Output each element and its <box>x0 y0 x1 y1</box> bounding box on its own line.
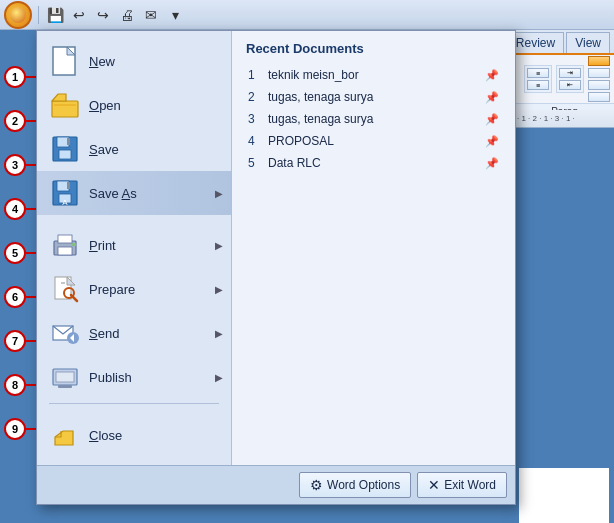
print-preview-icon[interactable]: 🖨 <box>117 5 137 25</box>
office-button[interactable] <box>4 1 32 29</box>
recent-num-1: 1 <box>248 68 262 82</box>
top-toolbar: 💾 ↩ ↪ 🖨 ✉ ▾ <box>0 0 614 30</box>
menu-item-save-as[interactable]: A Save As ▶ <box>37 171 231 215</box>
send-arrow: ▶ <box>215 328 223 339</box>
publish-label: Publish <box>89 370 132 385</box>
menu-left-panel: New Open <box>37 31 232 465</box>
new-icon <box>49 45 81 77</box>
menu-item-print[interactable]: Print ▶ <box>37 223 231 267</box>
publish-icon <box>49 361 81 393</box>
align-btn-3[interactable] <box>588 80 610 90</box>
svg-text:A: A <box>62 198 68 207</box>
exit-word-icon: ✕ <box>428 477 440 493</box>
ribbon-tabs: Review View <box>515 30 614 53</box>
recent-num-5: 5 <box>248 156 262 170</box>
exit-word-button[interactable]: ✕ Exit Word <box>417 472 507 498</box>
svg-rect-6 <box>67 138 70 145</box>
number-9: 9 <box>4 418 26 440</box>
recent-item-4[interactable]: 4 PROPOSAL 📌 <box>246 130 501 152</box>
save-as-icon: A <box>49 177 81 209</box>
menu-right-panel: Recent Documents 1 teknik meisn_bor 📌 2 … <box>232 31 515 465</box>
save-toolbar-icon[interactable]: 💾 <box>45 5 65 25</box>
recent-item-3[interactable]: 3 tugas, tenaga surya 📌 <box>246 108 501 130</box>
office-logo <box>10 7 26 23</box>
recent-pin-4[interactable]: 📌 <box>485 135 499 148</box>
save-as-arrow: ▶ <box>215 188 223 199</box>
number-4: 4 <box>4 198 26 220</box>
office-menu: New Open <box>36 30 516 505</box>
recent-pin-1[interactable]: 📌 <box>485 69 499 82</box>
menu-item-publish[interactable]: Publish ▶ <box>37 355 231 399</box>
align-btn-4[interactable] <box>588 92 610 102</box>
menu-footer: ⚙ Word Options ✕ Exit Word <box>37 465 515 504</box>
recent-name-2: tugas, tenaga surya <box>268 90 479 104</box>
recent-item-1[interactable]: 1 teknik meisn_bor 📌 <box>246 64 501 86</box>
ribbon-area: Review View ≡ ≡ ⇥ ⇤ Parag <box>514 30 614 110</box>
ruler: · 1 · 2 · 1 · 3 · 1 · <box>514 110 614 128</box>
ruler-text: · 1 · 2 · 1 · 3 · 1 · <box>517 114 575 123</box>
close-label: Close <box>89 428 122 443</box>
recent-documents-title: Recent Documents <box>246 41 501 56</box>
word-options-icon: ⚙ <box>310 477 323 493</box>
svg-rect-23 <box>58 385 72 388</box>
prepare-label: Prepare <box>89 282 135 297</box>
tab-view[interactable]: View <box>566 32 610 53</box>
save-icon <box>49 133 81 165</box>
recent-name-4: PROPOSAL <box>268 134 479 148</box>
word-options-label: Word Options <box>327 478 400 492</box>
exit-word-label: Exit Word <box>444 478 496 492</box>
align-btn-highlight[interactable] <box>588 56 610 66</box>
menu-item-open[interactable]: Open <box>37 83 231 127</box>
extra-icon[interactable]: ✉ <box>141 5 161 25</box>
menu-item-prepare[interactable]: Prepare ▶ <box>37 267 231 311</box>
recent-pin-5[interactable]: 📌 <box>485 157 499 170</box>
list-btn-1[interactable]: ≡ <box>527 68 549 78</box>
svg-rect-10 <box>67 182 70 189</box>
recent-pin-2[interactable]: 📌 <box>485 91 499 104</box>
send-icon <box>49 317 81 349</box>
save-label: Save <box>89 142 119 157</box>
menu-item-new[interactable]: New <box>37 39 231 83</box>
number-6: 6 <box>4 286 26 308</box>
prepare-icon <box>49 273 81 305</box>
recent-num-4: 4 <box>248 134 262 148</box>
recent-num-3: 3 <box>248 112 262 126</box>
list-btn-2[interactable]: ≡ <box>527 80 549 90</box>
toolbar-separator-1 <box>38 6 39 24</box>
svg-rect-14 <box>58 235 72 243</box>
redo-icon[interactable]: ↪ <box>93 5 113 25</box>
number-2: 2 <box>4 110 26 132</box>
number-5: 5 <box>4 242 26 264</box>
recent-pin-3[interactable]: 📌 <box>485 113 499 126</box>
undo-icon[interactable]: ↩ <box>69 5 89 25</box>
publish-arrow: ▶ <box>215 372 223 383</box>
menu-spacer-1 <box>37 215 231 223</box>
page-white-area <box>519 468 609 523</box>
menu-item-send[interactable]: Send ▶ <box>37 311 231 355</box>
list-btn-group: ≡ ≡ <box>524 65 552 93</box>
prepare-arrow: ▶ <box>215 284 223 295</box>
ribbon-content: ≡ ≡ ⇥ ⇤ <box>515 53 614 103</box>
svg-rect-22 <box>56 372 74 382</box>
menu-item-save[interactable]: Save <box>37 127 231 171</box>
open-label: Open <box>89 98 121 113</box>
indent-btn-1[interactable]: ⇥ <box>559 68 581 78</box>
menu-body: New Open <box>37 31 515 465</box>
number-8: 8 <box>4 374 26 396</box>
dropdown-icon[interactable]: ▾ <box>165 5 185 25</box>
number-3: 3 <box>4 154 26 176</box>
save-as-label: Save As <box>89 186 137 201</box>
svg-rect-2 <box>52 101 78 117</box>
send-label: Send <box>89 326 119 341</box>
indent-btn-2[interactable]: ⇤ <box>559 80 581 90</box>
align-btn-2[interactable] <box>588 68 610 78</box>
indent-btn-group: ⇥ ⇤ <box>556 65 584 93</box>
menu-item-close[interactable]: Close <box>37 413 231 457</box>
recent-num-2: 2 <box>248 90 262 104</box>
recent-name-5: Data RLC <box>268 156 479 170</box>
recent-item-2[interactable]: 2 tugas, tenaga surya 📌 <box>246 86 501 108</box>
word-options-button[interactable]: ⚙ Word Options <box>299 472 411 498</box>
svg-rect-13 <box>58 247 72 255</box>
recent-item-5[interactable]: 5 Data RLC 📌 <box>246 152 501 174</box>
number-7: 7 <box>4 330 26 352</box>
